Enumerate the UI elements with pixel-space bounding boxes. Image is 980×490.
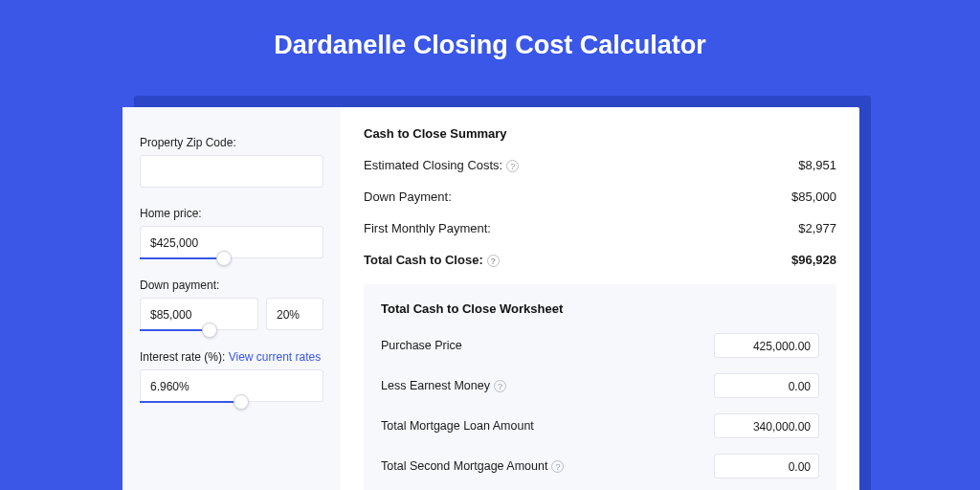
slider-thumb-icon[interactable] — [234, 394, 249, 410]
down-payment-label: Down payment: — [140, 278, 323, 292]
home-price-input[interactable]: $425,000 — [140, 226, 323, 258]
help-icon[interactable]: ? — [487, 255, 500, 267]
worksheet-panel: Total Cash to Close Worksheet Purchase P… — [364, 284, 836, 490]
interest-input[interactable]: 6.960% — [140, 369, 323, 402]
worksheet-value-input[interactable]: 425,000.00 — [714, 333, 819, 358]
worksheet-row-label: Total Second Mortgage Amount? — [381, 459, 564, 473]
down-payment-section: Down payment: $85,000 20% — [140, 278, 323, 331]
home-price-slider[interactable] — [140, 257, 224, 259]
help-icon[interactable]: ? — [551, 460, 564, 473]
interest-slider[interactable] — [140, 401, 241, 403]
slider-thumb-icon[interactable] — [216, 251, 232, 266]
worksheet-value-input[interactable]: 340,000.00 — [714, 413, 819, 438]
worksheet-title: Total Cash to Close Worksheet — [381, 301, 819, 316]
interest-section: Interest rate (%): View current rates 6.… — [140, 350, 323, 403]
worksheet-row-label: Total Mortgage Loan Amount — [381, 419, 534, 433]
worksheet-row-label: Purchase Price — [381, 339, 462, 352]
down-payment-pct-input[interactable]: 20% — [266, 298, 323, 330]
home-price-section: Home price: $425,000 — [140, 207, 323, 259]
summary-title: Cash to Close Summary — [364, 126, 836, 141]
view-rates-link[interactable]: View current rates — [229, 350, 322, 364]
summary-row-label: First Monthly Payment: — [364, 221, 491, 235]
worksheet-row: Less Earnest Money?0.00 — [381, 373, 819, 398]
help-icon[interactable]: ? — [506, 160, 519, 172]
down-payment-slider[interactable] — [140, 329, 210, 331]
summary-row-label: Total Cash to Close:? — [364, 253, 500, 267]
down-payment-input[interactable]: $85,000 — [140, 298, 258, 330]
summary-row-value: $8,951 — [798, 158, 836, 172]
worksheet-row: Total Mortgage Loan Amount340,000.00 — [381, 413, 819, 438]
interest-label-text: Interest rate (%): — [140, 350, 225, 364]
worksheet-row: Total Second Mortgage Amount?0.00 — [381, 454, 819, 479]
worksheet-row: Purchase Price425,000.00 — [381, 333, 819, 358]
summary-row-value: $85,000 — [791, 189, 836, 204]
summary-row-label: Estimated Closing Costs:? — [364, 158, 519, 172]
worksheet-row-label: Less Earnest Money? — [381, 379, 506, 392]
slider-thumb-icon[interactable] — [202, 323, 217, 338]
summary-row-value: $96,928 — [791, 253, 836, 267]
interest-label: Interest rate (%): View current rates — [140, 350, 323, 364]
summary-row: Down Payment:$85,000 — [364, 189, 836, 204]
worksheet-value-input[interactable]: 0.00 — [714, 373, 819, 398]
page-title: Dardanelle Closing Cost Calculator — [0, 0, 980, 85]
summary-row: First Monthly Payment:$2,977 — [364, 221, 836, 235]
summary-row-value: $2,977 — [798, 221, 836, 235]
home-price-label: Home price: — [140, 207, 323, 220]
summary-row: Estimated Closing Costs:?$8,951 — [364, 158, 836, 172]
calculator-card: Property Zip Code: Home price: $425,000 … — [122, 107, 859, 490]
zip-label: Property Zip Code: — [140, 136, 323, 149]
help-icon[interactable]: ? — [494, 380, 506, 392]
worksheet-value-input[interactable]: 0.00 — [714, 454, 819, 479]
summary-row-label: Down Payment: — [364, 189, 452, 204]
results-panel: Cash to Close Summary Estimated Closing … — [341, 107, 859, 490]
zip-input[interactable] — [140, 155, 323, 188]
summary-row: Total Cash to Close:?$96,928 — [364, 253, 836, 267]
inputs-sidebar: Property Zip Code: Home price: $425,000 … — [122, 107, 341, 490]
zip-section: Property Zip Code: — [140, 136, 323, 188]
